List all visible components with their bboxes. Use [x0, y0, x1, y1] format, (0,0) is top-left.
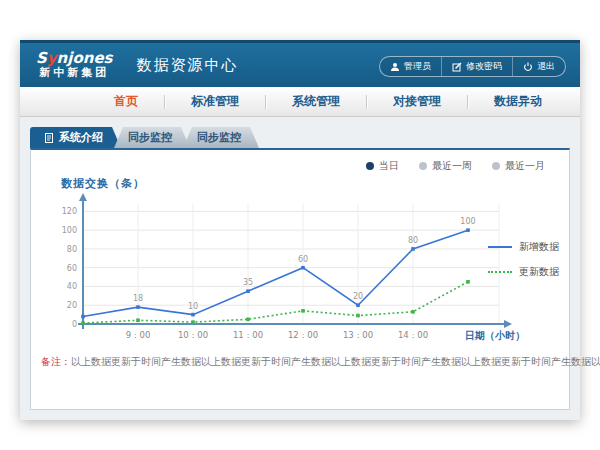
svg-text:0: 0: [72, 320, 77, 329]
footnote-text: 以上数据更新于时间产生数据以上数据更新于时间产生数据以上数据更新于时间产生数据以…: [71, 356, 600, 367]
tab-label: 同步监控: [128, 127, 172, 148]
logout-label: 退出: [537, 60, 555, 73]
user-icon: [390, 62, 400, 72]
nav-item-home[interactable]: 首页: [88, 93, 164, 110]
nav-item-system-management[interactable]: 系统管理: [266, 93, 366, 110]
svg-text:13：00: 13：00: [343, 330, 373, 340]
tab-sync-monitor-1[interactable]: 同步监控: [114, 127, 190, 148]
line-chart: 0204060801001209：0010：0011：0012：0013：001…: [47, 192, 529, 366]
svg-text:12：00: 12：00: [288, 330, 318, 340]
svg-text:35: 35: [243, 278, 253, 287]
filter-label: 最近一周: [432, 159, 472, 173]
radio-dot-icon: [492, 162, 500, 170]
filter-label: 当日: [379, 159, 399, 173]
user-label: 管理员: [404, 60, 431, 73]
tab-system-intro[interactable]: 系统介绍: [30, 127, 121, 148]
radio-dot-icon: [419, 162, 427, 170]
nav-item-data-change[interactable]: 数据异动: [468, 93, 568, 110]
time-range-filters: 当日 最近一周 最近一月: [366, 159, 545, 173]
legend-item-new-data: 新增数据: [488, 240, 559, 254]
radio-dot-icon: [366, 162, 374, 170]
main-nav: 首页 标准管理 系统管理 对接管理 数据异动: [20, 87, 580, 117]
green-dotted-line-icon: [488, 271, 512, 273]
legend-label: 新增数据: [519, 240, 559, 254]
svg-text:60: 60: [298, 255, 308, 264]
svg-text:10：00: 10：00: [178, 330, 208, 340]
tab-bar: 系统介绍 同步监控 同步监控: [30, 127, 580, 148]
svg-text:14：00: 14：00: [398, 330, 428, 340]
nav-item-standard-management[interactable]: 标准管理: [165, 93, 265, 110]
logo-english: Synjones: [36, 50, 113, 67]
chart-panel: 当日 最近一周 最近一月 数据交换（条） 0204060801001209：00…: [30, 148, 570, 410]
y-axis-title: 数据交换（条）: [61, 176, 145, 191]
svg-text:10: 10: [188, 302, 198, 311]
svg-text:11：00: 11：00: [233, 330, 263, 340]
admin-user-button[interactable]: 管理员: [380, 57, 441, 76]
svg-text:20: 20: [67, 301, 77, 310]
logo-chinese: 新中新集团: [36, 67, 113, 80]
tab-label: 同步监控: [197, 127, 241, 148]
svg-text:日期（小时）: 日期（小时）: [465, 330, 525, 341]
nav-item-interface-management[interactable]: 对接管理: [367, 93, 467, 110]
filter-last-week[interactable]: 最近一周: [419, 159, 472, 173]
svg-text:100: 100: [62, 226, 77, 235]
document-icon: [44, 133, 54, 143]
legend-label: 更新数据: [519, 265, 559, 279]
svg-text:60: 60: [67, 264, 77, 273]
chart-legend: 新增数据 更新数据: [488, 240, 559, 290]
logout-button[interactable]: 退出: [512, 57, 565, 76]
page-title: 数据资源中心: [137, 56, 239, 75]
svg-text:20: 20: [353, 292, 363, 301]
blue-solid-line-icon: [488, 246, 512, 248]
change-password-label: 修改密码: [466, 60, 502, 73]
svg-text:40: 40: [67, 282, 77, 291]
app-header: Synjones 新中新集团 数据资源中心 管理员 修改密码 退出: [20, 40, 580, 87]
tab-label: 系统介绍: [59, 127, 103, 148]
tab-sync-monitor-2[interactable]: 同步监控: [183, 127, 259, 148]
edit-icon: [452, 62, 462, 72]
app-window: Synjones 新中新集团 数据资源中心 管理员 修改密码 退出 首页 标准管…: [20, 40, 580, 420]
filter-label: 最近一月: [505, 159, 545, 173]
change-password-button[interactable]: 修改密码: [441, 57, 512, 76]
power-icon: [523, 62, 533, 72]
svg-text:120: 120: [62, 207, 77, 216]
svg-text:80: 80: [67, 245, 77, 254]
company-logo: Synjones 新中新集团: [36, 50, 113, 80]
footnote-prefix: 备注：: [41, 356, 71, 367]
svg-text:9：00: 9：00: [126, 330, 151, 340]
svg-text:100: 100: [460, 217, 475, 226]
footnote: 备注：以上数据更新于时间产生数据以上数据更新于时间产生数据以上数据更新于时间产生…: [41, 355, 559, 369]
filter-last-month[interactable]: 最近一月: [492, 159, 545, 173]
legend-item-updated-data: 更新数据: [488, 265, 559, 279]
svg-text:80: 80: [408, 236, 418, 245]
filter-today[interactable]: 当日: [366, 159, 399, 173]
chart-canvas: 0204060801001209：0010：0011：0012：0013：001…: [47, 192, 529, 362]
svg-text:18: 18: [133, 294, 143, 303]
user-menu: 管理员 修改密码 退出: [379, 56, 566, 77]
